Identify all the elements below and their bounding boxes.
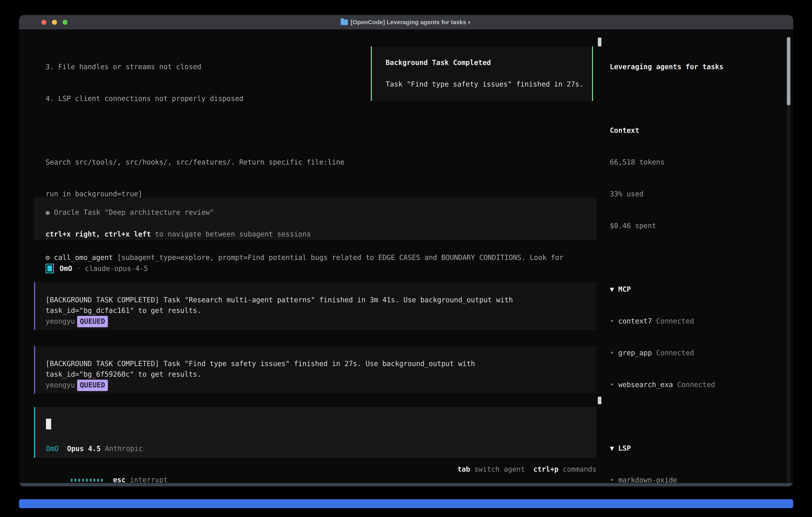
sidebar-scrollbar-thumb[interactable]: [787, 37, 790, 105]
provider: Anthropic: [105, 445, 143, 453]
prompt-input[interactable]: OmO Opus 4.5 Anthropic: [34, 407, 597, 458]
tool-call-line: ⚙ call_omo_agent [subagent_type=explore,…: [46, 252, 597, 263]
message-block: [BACKGROUND TASK COMPLETED] Task "Find t…: [34, 346, 597, 393]
agent-model: claude-opus-4-5: [85, 265, 148, 272]
mcp-status: Connected: [652, 317, 694, 325]
scrollback-line: Search src/tools/, src/hooks/, src/featu…: [46, 157, 597, 167]
mcp-name: websearch_exa: [618, 381, 673, 389]
folder-icon: [341, 20, 348, 25]
ctrlp-label: commands: [558, 465, 597, 473]
spacer: [59, 445, 67, 453]
message-line: [BACKGROUND TASK COMPLETED] Task "Resear…: [46, 295, 513, 305]
mcp-section-header[interactable]: ▼ MCP: [610, 284, 786, 295]
status-bar-right: tab switch agent ctrl+p commands: [458, 464, 597, 474]
mcp-status: Connected: [652, 349, 694, 357]
window-bottom-edge: [19, 483, 793, 486]
chat-scrollbar-thumb[interactable]: [598, 397, 601, 404]
tab-label: switch agent: [470, 465, 525, 473]
titlebar[interactable]: [OpenCode] Leveraging agents for tasks ◐: [19, 15, 793, 29]
session-title: Leveraging agents for tasks: [610, 61, 786, 72]
lsp-section-header[interactable]: ▼ LSP: [610, 443, 786, 454]
blank-line: [610, 93, 786, 104]
context-spent: $0.46 spent: [610, 220, 786, 231]
mcp-name: context7: [618, 317, 652, 325]
tool-args: [subagent_type=explore, prompt=Find pote…: [113, 253, 563, 262]
mcp-item: • grep_app Connected: [610, 348, 786, 358]
author: yeongyu: [46, 317, 75, 325]
tool-name: call_omo_agent: [54, 253, 113, 262]
author: yeongyu: [46, 381, 75, 389]
blank-line: [610, 411, 786, 422]
tab-key-hint: tab: [458, 465, 470, 473]
agent-header: OmO · claude-opus-4-5: [46, 263, 148, 274]
oracle-task-title: ◉ Oracle Task "Deep architecture review": [46, 207, 214, 218]
input-meta: OmO Opus 4.5 Anthropic: [46, 443, 143, 454]
context-heading: Context: [610, 125, 786, 136]
chat-scrollbar-thumb[interactable]: [598, 37, 601, 46]
mcp-name: grep_app: [618, 349, 652, 357]
spinner-dots: [71, 476, 105, 484]
background-task-notification: Background Task Completed Task "Find typ…: [371, 46, 593, 101]
separator: ·: [72, 265, 85, 272]
message-line: [BACKGROUND TASK COMPLETED] Task "Find t…: [46, 358, 475, 369]
window-title: [OpenCode] Leveraging agents for tasks ◐: [351, 19, 471, 26]
window-title-row: [OpenCode] Leveraging agents for tasks ◐: [19, 15, 793, 29]
context-tokens: 66,518 tokens: [610, 157, 786, 167]
mcp-status: Connected: [673, 381, 715, 389]
gear-icon: ⚙: [46, 253, 54, 262]
status-badge: QUEUED: [77, 316, 108, 327]
active-agent: OmO: [46, 445, 59, 453]
context-used: 33% used: [610, 189, 786, 199]
oracle-task-hint: ctrl+x right, ctrl+x left to navigate be…: [46, 229, 311, 240]
ctrlp-key-hint: ctrl+p: [525, 465, 559, 473]
lsp-name: markdown-oxide: [618, 476, 677, 484]
status-bar: esc interrupt tab switch agent ctrl+p co…: [46, 464, 597, 474]
esc-key-hint: esc: [113, 476, 125, 484]
notification-title: Background Task Completed: [386, 57, 491, 68]
blank-line: [610, 252, 786, 263]
desktop: [OpenCode] Leveraging agents for tasks ◐…: [0, 0, 812, 517]
esc-label: interrupt: [126, 476, 168, 484]
bullet-icon: •: [610, 381, 618, 389]
bullet-icon: •: [610, 349, 618, 357]
message-block: [BACKGROUND TASK COMPLETED] Task "Resear…: [34, 282, 597, 330]
agent-name: OmO: [60, 265, 72, 272]
hint-keys: ctrl+x right, ctrl+x left: [46, 230, 151, 238]
spacer: [101, 445, 105, 453]
agent-icon: [46, 264, 54, 273]
oracle-task-box: ◉ Oracle Task "Deep architecture review"…: [34, 197, 597, 240]
bullet-icon: •: [610, 317, 618, 325]
blank-line: [46, 125, 597, 136]
notification-body: Task "Find type safety issues" finished …: [386, 79, 583, 89]
message-footer: yeongyuQUEUED: [46, 380, 108, 391]
terminal-window: [OpenCode] Leveraging agents for tasks ◐…: [19, 15, 793, 486]
text-cursor: [46, 419, 51, 430]
dock-bar: [19, 499, 793, 508]
message-line: task_id="bg_dcfac161" to get results.: [46, 305, 201, 316]
active-model: Opus 4.5: [67, 445, 101, 453]
message-footer: yeongyuQUEUED: [46, 316, 108, 327]
mcp-item: • websearch_exa Connected: [610, 379, 786, 390]
bullet-icon: •: [610, 476, 618, 484]
sidebar: Leveraging agents for tasks Context 66,5…: [610, 40, 786, 486]
message-line: task_id="bg_6f59260c" to get results.: [46, 369, 201, 380]
status-badge: QUEUED: [77, 380, 108, 391]
hint-text: to navigate between subagent sessions: [151, 230, 311, 238]
mcp-item: • context7 Connected: [610, 316, 786, 326]
